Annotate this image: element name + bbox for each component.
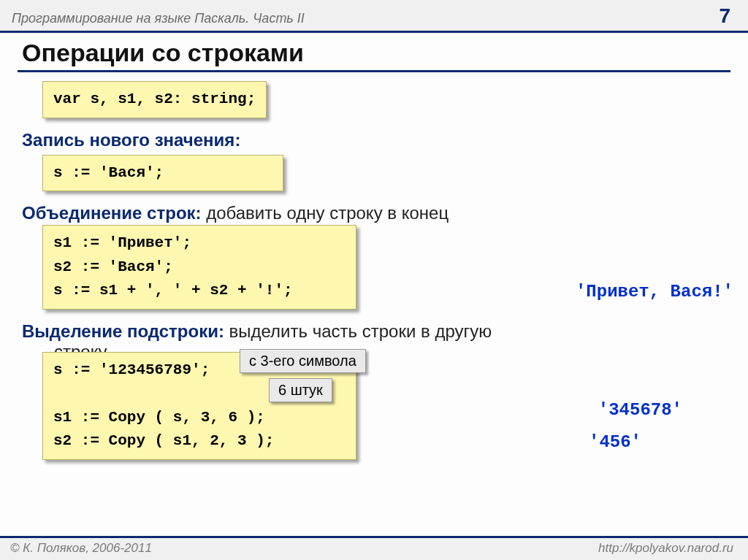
section-concat-cont: добавить одну строку в конец (206, 203, 449, 223)
code-concat: s1 := 'Привет'; s2 := 'Вася'; s := s1 + … (42, 225, 356, 310)
header-title: Программирование на языке Паскаль. Часть… (12, 11, 305, 26)
slide-content: var s, s1, s2: string; Запись нового зна… (0, 81, 748, 460)
code-declaration: var s, s1, s2: string; (42, 81, 267, 118)
callout-from-third: с 3-его символа (240, 349, 366, 373)
title-rule (18, 70, 730, 72)
section-substr-label: Выделение подстроки: (22, 321, 229, 341)
section-assignment-label: Запись нового значения: (22, 130, 240, 150)
slide-footer: © К. Поляков, 2006-2011 http://kpolyakov… (0, 536, 748, 560)
result-substr-2: '456' (589, 432, 641, 452)
result-substr-1: '345678' (598, 400, 682, 420)
section-substr-cont1: выделить часть строки в другую (229, 321, 492, 341)
callout-six-items: 6 штук (269, 378, 332, 402)
result-concat: 'Привет, Вася!' (576, 282, 733, 302)
footer-copyright: © К. Поляков, 2006-2011 (10, 541, 152, 556)
section-concat-label: Объединение строк: (22, 203, 206, 223)
slide-title: Операции со строками (22, 39, 748, 67)
footer-url: http://kpolyakov.narod.ru (598, 541, 733, 556)
code-assignment: s := 'Вася'; (42, 155, 283, 192)
page-number: 7 (719, 4, 730, 28)
slide-header: Программирование на языке Паскаль. Часть… (0, 0, 748, 33)
